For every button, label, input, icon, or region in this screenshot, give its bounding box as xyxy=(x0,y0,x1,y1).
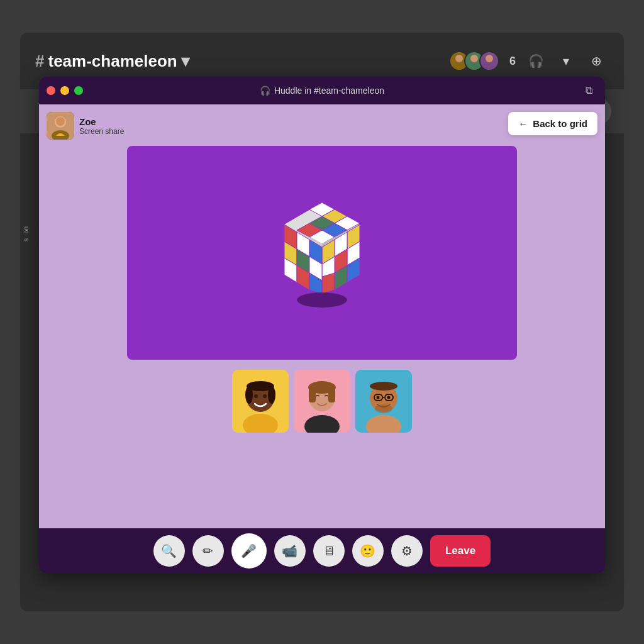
hash-symbol: # xyxy=(35,52,44,71)
participant-tile-2[interactable] xyxy=(294,370,350,433)
channel-dropdown-icon[interactable]: ▾ xyxy=(181,52,189,71)
rubiks-cube xyxy=(265,196,379,309)
emoji-icon: 🙂 xyxy=(360,543,375,558)
avatar-stack xyxy=(449,51,499,71)
participant-tile-1[interactable] xyxy=(232,370,289,433)
zoom-icon: 🔍 xyxy=(161,543,177,558)
settings-button[interactable]: ⚙ xyxy=(391,535,423,567)
sidebar-hint: on s xyxy=(20,221,39,247)
svg-rect-55 xyxy=(309,385,335,392)
screen-share-button[interactable]: 🖥 xyxy=(313,535,345,567)
settings-icon: ⚙ xyxy=(401,543,413,558)
back-to-grid-label: Back to grid xyxy=(533,118,587,129)
svg-point-45 xyxy=(263,394,267,398)
back-arrow-icon: ← xyxy=(518,118,528,129)
outer-window: # team-chameleon ▾ 6 🎧 ▾ ⊕ xyxy=(20,33,624,611)
channel-name: team-chameleon xyxy=(48,52,177,71)
leave-label: Leave xyxy=(445,545,475,557)
mic-button[interactable]: 🎤 xyxy=(231,533,267,569)
svg-point-44 xyxy=(254,394,258,398)
sidebar-on: on xyxy=(23,226,36,233)
member-count: 6 xyxy=(509,55,516,68)
maximize-button[interactable] xyxy=(74,86,83,95)
annotate-button[interactable]: ✏ xyxy=(192,535,224,567)
svg-point-2 xyxy=(470,55,478,62)
huddle-title: Huddle in #team-chameleon xyxy=(274,86,384,96)
window-controls xyxy=(47,86,83,95)
svg-point-4 xyxy=(486,55,493,62)
close-button[interactable] xyxy=(47,86,55,95)
dropdown-header-btn[interactable]: ▾ xyxy=(553,48,579,74)
svg-point-64 xyxy=(375,404,392,413)
minimize-button[interactable] xyxy=(60,86,69,95)
presenter-name-block: Zoe Screen share xyxy=(79,116,124,136)
huddle-main-content: Zoe Screen share ← Back to grid xyxy=(39,104,605,528)
zoom-button[interactable]: 🔍 xyxy=(153,535,185,567)
svg-point-47 xyxy=(245,386,253,404)
headphone-icon: 🎧 xyxy=(260,86,270,96)
svg-point-9 xyxy=(56,117,65,126)
header-avatars: 6 🎧 ▾ ⊕ xyxy=(449,48,609,74)
video-button[interactable]: 📹 xyxy=(274,535,306,567)
svg-point-5 xyxy=(484,64,495,70)
presenter-name: Zoe xyxy=(79,116,124,127)
screen-icon: 🖥 xyxy=(323,544,335,558)
participants-row xyxy=(232,370,412,433)
emoji-button[interactable]: 🙂 xyxy=(352,535,384,567)
back-to-grid-button[interactable]: ← Back to grid xyxy=(508,112,597,135)
huddle-window: 🎧 Huddle in #team-chameleon ⧉ xyxy=(39,77,605,574)
presenter-info: Zoe Screen share xyxy=(47,112,124,140)
svg-point-0 xyxy=(455,55,463,62)
sidebar-s: s xyxy=(23,238,36,242)
screen-share-area xyxy=(127,146,517,360)
svg-point-3 xyxy=(469,64,480,70)
svg-point-63 xyxy=(387,396,391,399)
presenter-status: Screen share xyxy=(79,127,124,136)
channel-title: # team-chameleon ▾ xyxy=(35,52,189,71)
svg-point-1 xyxy=(453,64,465,70)
svg-point-65 xyxy=(370,382,397,391)
header-icons: 🎧 ▾ ⊕ xyxy=(523,48,609,74)
huddle-title-text: 🎧 Huddle in #team-chameleon xyxy=(260,86,384,96)
svg-point-40 xyxy=(297,292,347,308)
headphone-header-btn[interactable]: 🎧 xyxy=(523,48,548,74)
avatar-3 xyxy=(479,51,499,71)
presenter-avatar xyxy=(47,112,74,140)
mic-icon: 🎤 xyxy=(241,543,257,558)
svg-point-62 xyxy=(377,396,380,399)
compose-header-btn[interactable]: ⊕ xyxy=(584,48,609,74)
expand-button[interactable]: ⧉ xyxy=(580,82,597,99)
edit-icon: ✏ xyxy=(203,543,213,558)
participant-tile-3[interactable] xyxy=(355,370,412,433)
video-icon: 📹 xyxy=(282,543,297,558)
svg-marker-29 xyxy=(322,273,335,294)
leave-button[interactable]: Leave xyxy=(430,535,491,567)
huddle-toolbar: 🔍 ✏ 🎤 📹 🖥 🙂 ⚙ Leave xyxy=(39,528,605,574)
svg-point-48 xyxy=(268,386,275,404)
huddle-titlebar: 🎧 Huddle in #team-chameleon ⧉ xyxy=(39,77,605,104)
